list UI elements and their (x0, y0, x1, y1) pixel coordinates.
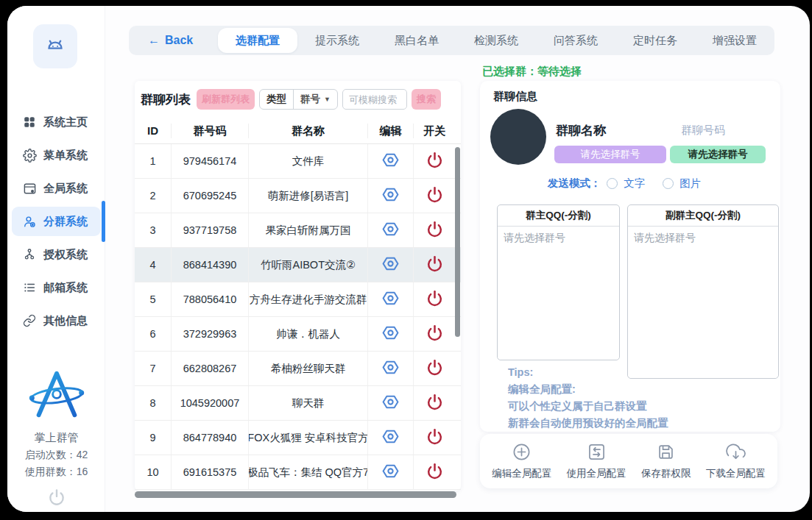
table-row[interactable]: 2 670695245 萌新进修[易语言] (135, 179, 461, 213)
toggle-group-button[interactable] (414, 352, 455, 385)
tips-line: Tips: (508, 364, 668, 381)
horizontal-scrollbar[interactable] (135, 491, 456, 498)
tab-qa-system[interactable]: 问答系统 (536, 28, 615, 53)
download-global-config-button[interactable]: 下载全局配置 (706, 442, 766, 480)
table-row[interactable]: 4 868414390 竹听雨AIBOT交流② (135, 248, 461, 282)
type-button[interactable]: 类型 (260, 90, 293, 109)
row-number: 788056410 (172, 282, 249, 316)
send-mode-label: 发送模式： (548, 177, 601, 190)
search-button[interactable]: 搜索 (412, 89, 441, 110)
edit-group-button[interactable] (368, 213, 414, 247)
edit-hexnut-icon (381, 393, 400, 413)
admin-qq-textarea[interactable] (628, 227, 778, 378)
table-row[interactable]: 5 788056410 方舟生存进化手游交流群 (135, 282, 461, 317)
toggle-group-button[interactable] (414, 179, 455, 213)
search-input[interactable] (342, 89, 407, 110)
toggle-group-button[interactable] (414, 213, 455, 247)
power-icon (426, 220, 444, 241)
tips-line: 编辑全局配置: (508, 381, 668, 398)
sidebar-item-menu[interactable]: 菜单系统 (12, 140, 101, 170)
toggle-group-button[interactable] (414, 248, 455, 282)
row-number: 864778940 (172, 421, 249, 455)
edit-group-button[interactable] (368, 282, 414, 316)
row-name: 希柚粉丝聊天群 (249, 352, 368, 385)
row-name: 聊天群 (249, 386, 368, 420)
toggle-group-button[interactable] (414, 144, 455, 178)
tab-blacklist[interactable]: 黑白名单 (377, 28, 456, 53)
vertical-scrollbar[interactable] (455, 147, 460, 337)
power-icon (426, 185, 444, 206)
toggle-group-button[interactable] (414, 282, 455, 316)
table-row[interactable]: 10 691615375 极品飞车：集结 QQ官方7 (135, 455, 461, 490)
toggle-group-button[interactable] (414, 421, 455, 455)
group-name-placeholder-button[interactable]: 请先选择群号 (554, 146, 666, 163)
row-id: 4 (135, 248, 172, 282)
save-icon (656, 442, 676, 465)
back-arrow-icon: ← (148, 34, 160, 47)
table-row[interactable]: 9 864778940 FOX火狐狸 安卓科技官方 (135, 421, 461, 455)
tab-enhanced-settings[interactable]: 增强设置 (695, 28, 774, 53)
group-number-label: 群聊号码 (681, 124, 725, 138)
edit-group-button[interactable] (368, 352, 414, 385)
table-row[interactable]: 1 979456174 文件库 (135, 144, 461, 179)
main-area: ← Back 选群配置 提示系统 黑白名单 检测系统 问答系统 定时任务 增强设… (105, 6, 810, 512)
filter-dropdown[interactable]: 群号▼ (293, 90, 337, 109)
refresh-list-button[interactable]: 刷新群列表 (197, 89, 255, 110)
use-global-config-button[interactable]: 使用全局配置 (567, 442, 626, 480)
sidebar-item-mail[interactable]: 邮箱系统 (12, 273, 101, 302)
toggle-group-button[interactable] (414, 455, 455, 489)
sidebar-item-auth[interactable]: 授权系统 (12, 240, 101, 269)
row-number: 372929963 (172, 317, 249, 351)
edit-group-button[interactable] (368, 179, 414, 213)
tab-scheduled-tasks[interactable]: 定时任务 (615, 28, 695, 53)
sidebar-item-home[interactable]: 系统主页 (12, 107, 101, 137)
tab-detect-system[interactable]: 检测系统 (456, 28, 536, 53)
table-header: ID 群号码 群名称 编辑 开关 (135, 118, 461, 144)
sidebar-item-global[interactable]: 全局系统 (12, 174, 101, 203)
table-row[interactable]: 8 1045920007 聊天群 (135, 386, 461, 421)
tab-group-config[interactable]: 选群配置 (218, 28, 297, 53)
back-button[interactable]: ← Back (129, 34, 218, 47)
tab-prompt-system[interactable]: 提示系统 (297, 28, 377, 53)
row-id: 1 (135, 144, 172, 178)
edit-group-button[interactable] (368, 248, 414, 282)
col-header-id: ID (135, 124, 172, 138)
radio-text-label[interactable]: 文字 (624, 177, 645, 190)
selected-group-status: 已选择群：等待选择 (482, 65, 582, 79)
owner-qq-header: 群主QQ(-分割) (498, 205, 619, 227)
table-row[interactable]: 7 662808267 希柚粉丝聊天群 (135, 352, 461, 386)
radio-text-mode[interactable] (607, 178, 618, 189)
group-list-toolbar: 群聊列表 刷新群列表 类型 群号▼ 搜索 (135, 81, 461, 118)
save-group-permissions-button[interactable]: 保存群权限 (641, 442, 691, 480)
sidebar-item-label: 分群系统 (43, 215, 88, 229)
edit-group-button[interactable] (368, 421, 414, 455)
edit-group-button[interactable] (368, 455, 414, 489)
admin-qq-box: 副群主QQ(-分割) (627, 204, 779, 379)
edit-group-button[interactable] (368, 144, 414, 178)
group-number-placeholder-button[interactable]: 请先选择群号 (670, 146, 766, 163)
radio-image-label[interactable]: 图片 (679, 177, 701, 190)
power-icon (426, 151, 444, 171)
group-info-title: 群聊信息 (493, 90, 537, 104)
grid-icon (22, 115, 37, 129)
table-row[interactable]: 3 937719758 果家白斩附属万国 (135, 213, 461, 248)
group-list-title: 群聊列表 (141, 91, 191, 108)
row-name: 竹听雨AIBOT交流② (249, 248, 368, 282)
toggle-group-button[interactable] (414, 317, 455, 351)
sidebar-item-label: 系统主页 (43, 115, 88, 129)
table-row[interactable]: 6 372929963 帅谦．机器人 (135, 317, 461, 352)
owner-qq-textarea[interactable] (498, 227, 619, 360)
edit-global-config-button[interactable]: 编辑全局配置 (492, 442, 551, 480)
power-off-button[interactable] (7, 488, 105, 510)
group-avatar (490, 109, 546, 165)
sidebar-item-group[interactable]: 分群系统 (12, 207, 101, 236)
sidebar-item-other[interactable]: 其他信息 (12, 306, 101, 335)
android-icon (43, 32, 68, 60)
sidebar: 系统主页 菜单系统 全局系统 (7, 6, 105, 512)
group-info-card: 群聊信息 群聊名称 群聊号码 请先选择群号 请先选择群号 发送模式： 文字 图片… (480, 81, 780, 432)
edit-group-button[interactable] (368, 386, 414, 420)
radio-image-mode[interactable] (663, 178, 674, 189)
toggle-group-button[interactable] (414, 386, 455, 420)
edit-group-button[interactable] (368, 317, 414, 351)
row-name: FOX火狐狸 安卓科技官方 (249, 421, 368, 455)
